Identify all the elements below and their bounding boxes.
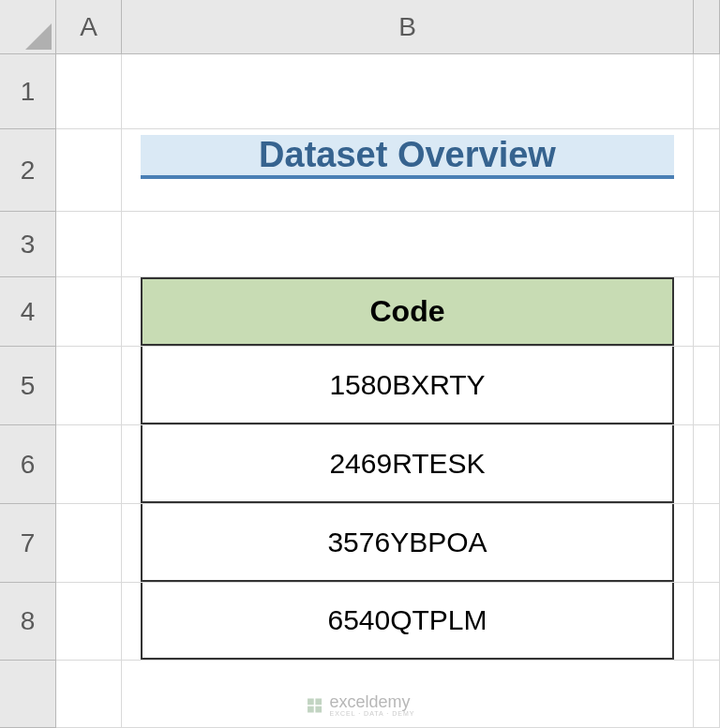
dataset-title: Dataset Overview	[141, 135, 674, 179]
cell-B8[interactable]: 6540QTPLM	[122, 583, 694, 661]
cell-A6[interactable]	[56, 425, 122, 504]
table-row: 3576YBPOA	[141, 504, 674, 582]
cell-C7[interactable]	[694, 504, 720, 583]
cell-C8[interactable]	[694, 583, 720, 661]
row-header-8[interactable]: 8	[0, 583, 56, 661]
cell-A1[interactable]	[56, 54, 122, 129]
cell-B4[interactable]: Code	[122, 277, 694, 347]
cell-C3[interactable]	[694, 212, 720, 277]
row-header-3[interactable]: 3	[0, 212, 56, 277]
cell-C4[interactable]	[694, 277, 720, 347]
cell-B2[interactable]: Dataset Overview	[122, 129, 694, 212]
row-header-2[interactable]: 2	[0, 129, 56, 212]
row-header-4[interactable]: 4	[0, 277, 56, 347]
cell-C2[interactable]	[694, 129, 720, 212]
cell-B5[interactable]: 1580BXRTY	[122, 347, 694, 425]
table-row: 6540QTPLM	[141, 583, 674, 660]
cell-A4[interactable]	[56, 277, 122, 347]
col-header-next[interactable]	[694, 0, 720, 54]
row-header-6[interactable]: 6	[0, 425, 56, 504]
spreadsheet-grid: A B 1 2 Dataset Overview 3 4 Code 5 1580…	[0, 0, 720, 728]
table-header-code: Code	[141, 277, 674, 346]
cell-A3[interactable]	[56, 212, 122, 277]
watermark-brand: exceldemy	[330, 693, 415, 710]
watermark-tagline: EXCEL · DATA · DEMY	[330, 710, 415, 717]
row-header-7[interactable]: 7	[0, 504, 56, 583]
watermark: exceldemy EXCEL · DATA · DEMY	[306, 693, 415, 717]
cell-A2[interactable]	[56, 129, 122, 212]
cell-C5[interactable]	[694, 347, 720, 425]
cell-A7[interactable]	[56, 504, 122, 583]
col-header-B[interactable]: B	[122, 0, 694, 54]
cell-C9[interactable]	[694, 661, 720, 728]
row-header-5[interactable]: 5	[0, 347, 56, 425]
cell-B6[interactable]: 2469RTESK	[122, 425, 694, 504]
exceldemy-logo-icon	[306, 696, 324, 715]
table-row: 1580BXRTY	[141, 347, 674, 424]
cell-B1[interactable]	[122, 54, 694, 129]
cell-C6[interactable]	[694, 425, 720, 504]
cell-B3[interactable]	[122, 212, 694, 277]
cell-C1[interactable]	[694, 54, 720, 129]
cell-A9[interactable]	[56, 661, 122, 728]
row-header-9[interactable]	[0, 661, 56, 728]
row-header-1[interactable]: 1	[0, 54, 56, 129]
cell-B7[interactable]: 3576YBPOA	[122, 504, 694, 583]
table-row: 2469RTESK	[141, 425, 674, 503]
select-all-triangle[interactable]	[0, 0, 56, 54]
col-header-A[interactable]: A	[56, 0, 122, 54]
cell-A5[interactable]	[56, 347, 122, 425]
cell-A8[interactable]	[56, 583, 122, 661]
